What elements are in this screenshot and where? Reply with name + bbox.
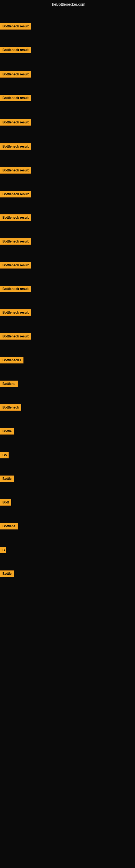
bottleneck-badge-5: Bottleneck result: [0, 119, 31, 126]
bottleneck-item-14[interactable]: Bottleneck result: [0, 333, 31, 341]
bottleneck-badge-10: Bottleneck result: [0, 238, 31, 245]
bottleneck-item-21[interactable]: Bott: [0, 499, 11, 507]
bottleneck-badge-9: Bottleneck result: [0, 214, 31, 221]
bottleneck-item-16[interactable]: Bottlene: [0, 380, 18, 388]
bottleneck-item-18[interactable]: Bottle: [0, 428, 14, 436]
bottleneck-badge-21: Bott: [0, 499, 11, 506]
bottleneck-item-2[interactable]: Bottleneck result: [0, 46, 31, 54]
bottleneck-item-22[interactable]: Bottlene: [0, 523, 18, 531]
bottleneck-badge-4: Bottleneck result: [0, 95, 31, 101]
bottleneck-item-11[interactable]: Bottleneck result: [0, 262, 31, 270]
bottleneck-badge-7: Bottleneck result: [0, 167, 31, 174]
bottleneck-badge-19: Bo: [0, 452, 9, 458]
bottleneck-item-12[interactable]: Bottleneck result: [0, 286, 31, 293]
bottleneck-badge-6: Bottleneck result: [0, 143, 31, 150]
bottleneck-item-6[interactable]: Bottleneck result: [0, 143, 31, 151]
bottleneck-badge-23: B: [0, 547, 6, 553]
bottleneck-item-19[interactable]: Bo: [0, 452, 9, 460]
bottleneck-item-8[interactable]: Bottleneck result: [0, 191, 31, 198]
bottleneck-badge-16: Bottlene: [0, 380, 18, 387]
bottleneck-item-17[interactable]: Bottleneck: [0, 404, 21, 412]
bottleneck-item-5[interactable]: Bottleneck result: [0, 119, 31, 127]
bottleneck-item-4[interactable]: Bottleneck result: [0, 95, 31, 102]
bottleneck-badge-22: Bottlene: [0, 523, 18, 529]
bottleneck-item-24[interactable]: Bottle: [0, 570, 14, 578]
site-title: TheBottlenecker.com: [0, 0, 135, 8]
bottleneck-item-7[interactable]: Bottleneck result: [0, 167, 31, 175]
bottleneck-item-13[interactable]: Bottleneck result: [0, 309, 31, 317]
bottleneck-badge-15: Bottleneck r: [0, 357, 24, 364]
bottleneck-item-15[interactable]: Bottleneck r: [0, 357, 24, 365]
bottleneck-item-1[interactable]: Bottleneck result: [0, 23, 31, 31]
bottleneck-item-10[interactable]: Bottleneck result: [0, 238, 31, 246]
bottleneck-badge-1: Bottleneck result: [0, 23, 31, 30]
bottleneck-badge-2: Bottleneck result: [0, 46, 31, 53]
bottleneck-badge-20: Bottle: [0, 475, 14, 482]
bottleneck-item-9[interactable]: Bottleneck result: [0, 214, 31, 222]
bottleneck-badge-8: Bottleneck result: [0, 191, 31, 197]
bottleneck-badge-3: Bottleneck result: [0, 71, 31, 78]
bottleneck-item-3[interactable]: Bottleneck result: [0, 71, 31, 79]
bottleneck-item-23[interactable]: B: [0, 547, 6, 554]
bottleneck-badge-13: Bottleneck result: [0, 309, 31, 316]
bottleneck-badge-17: Bottleneck: [0, 404, 21, 411]
bottleneck-badge-14: Bottleneck result: [0, 333, 31, 340]
bottleneck-badge-18: Bottle: [0, 428, 14, 435]
bottleneck-badge-24: Bottle: [0, 570, 14, 577]
bottleneck-badge-12: Bottleneck result: [0, 286, 31, 292]
bottleneck-badge-11: Bottleneck result: [0, 262, 31, 269]
bottleneck-item-20[interactable]: Bottle: [0, 475, 14, 483]
